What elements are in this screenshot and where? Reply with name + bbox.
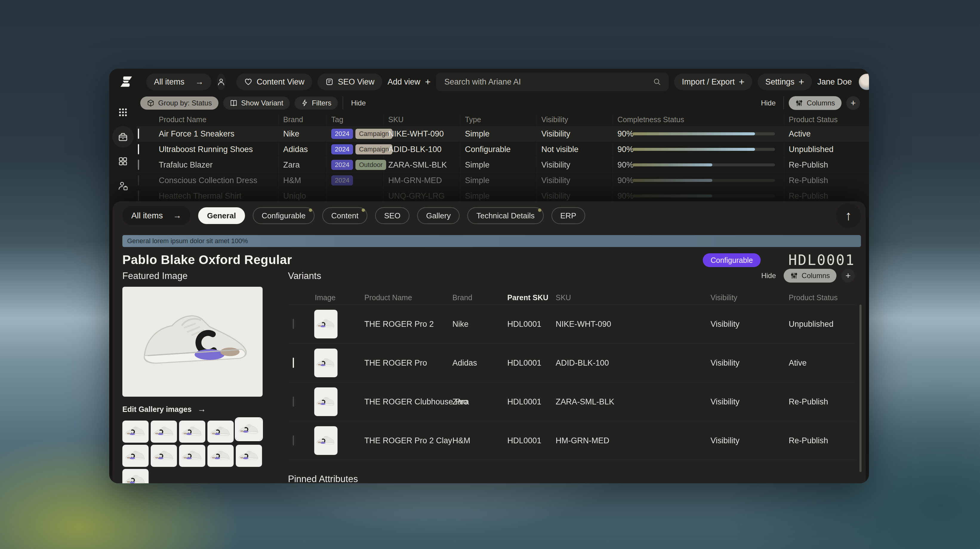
- gallery-thumbnail[interactable]: [207, 445, 234, 467]
- avatar[interactable]: [859, 73, 869, 90]
- variant-checkbox[interactable]: [293, 357, 294, 368]
- vcol-sku: SKU: [556, 293, 571, 302]
- cell-brand: H&M: [283, 176, 301, 185]
- table-row[interactable]: Ultraboost Running Shoes Adidas 2024Camp…: [137, 142, 869, 157]
- filters-label: Filters: [312, 99, 331, 107]
- search-input[interactable]: [444, 77, 653, 87]
- add-variant-button[interactable]: +: [841, 269, 855, 282]
- product-sku: HDL0001: [788, 252, 855, 268]
- add-view-button[interactable]: Add view +: [388, 77, 431, 88]
- cell-type: Simple: [465, 191, 490, 200]
- content-view-button[interactable]: Content View: [236, 73, 312, 90]
- variant-image[interactable]: [314, 426, 337, 455]
- settings-button[interactable]: Settings +: [758, 73, 812, 90]
- variants-columns-button[interactable]: Columns: [784, 269, 837, 282]
- hide-columns-button[interactable]: Hide: [758, 99, 779, 107]
- cell-completeness: 90%: [617, 191, 633, 200]
- show-variant-button[interactable]: Show Variant: [223, 96, 290, 110]
- row-checkbox[interactable]: [138, 144, 139, 154]
- variant-checkbox[interactable]: [293, 396, 294, 407]
- variant-image[interactable]: [314, 388, 337, 416]
- row-checkbox[interactable]: [138, 175, 139, 185]
- gallery-thumbnail[interactable]: [151, 421, 177, 443]
- gallery-thumbnail-selected[interactable]: [236, 418, 262, 440]
- tab-general[interactable]: General: [198, 207, 245, 224]
- tab-gallery[interactable]: Gallery: [417, 207, 460, 224]
- variant-row[interactable]: THE ROGER Pro 2 Clay H&M HDL0001 HM-GRN-…: [288, 421, 855, 460]
- collapse-panel-button[interactable]: ↑: [836, 203, 861, 228]
- seo-view-button[interactable]: SEO View: [318, 73, 382, 90]
- panel-all-items-label: All items: [131, 211, 163, 220]
- gallery-thumbnail[interactable]: [179, 421, 205, 443]
- variant-checkbox[interactable]: [293, 435, 294, 445]
- seo-view-label: SEO View: [338, 77, 374, 87]
- tab-content[interactable]: Content: [322, 207, 368, 224]
- hide-table-button[interactable]: Hide: [348, 99, 369, 107]
- user-menu[interactable]: Jane Doe: [817, 73, 869, 90]
- product-title: Pablo Blake Oxford Regular: [123, 253, 292, 267]
- tab-seo[interactable]: SEO: [375, 207, 409, 224]
- table-row[interactable]: Conscious Collection Dress H&M 2024 HM-G…: [137, 172, 869, 188]
- panel-nav: All items → General Configurable Content…: [123, 206, 585, 225]
- row-checkbox[interactable]: [138, 160, 139, 170]
- variants-section: Variants Hide Columns +: [288, 269, 855, 460]
- tab-label: Gallery: [426, 211, 450, 220]
- product-detail-panel: All items → General Configurable Content…: [113, 201, 866, 483]
- variant-row[interactable]: THE ROGER Clubhouse Pro Zara HDL0001 ZAR…: [288, 382, 855, 421]
- variant-checkbox[interactable]: [293, 319, 294, 329]
- featured-image[interactable]: [123, 287, 262, 397]
- add-column-button[interactable]: +: [846, 96, 860, 110]
- table-row[interactable]: Air Force 1 Sneakers Nike 2024Campaign N…: [137, 126, 869, 142]
- search-bar[interactable]: [436, 73, 669, 91]
- import-export-button[interactable]: Import / Export +: [674, 73, 752, 90]
- filters-button[interactable]: Filters: [294, 96, 338, 110]
- columns-button[interactable]: Columns: [789, 96, 842, 110]
- variant-image[interactable]: [314, 310, 337, 338]
- col-product-status: Product Status: [789, 115, 838, 124]
- gallery-thumbnail[interactable]: [123, 469, 149, 483]
- completeness-bar: [632, 163, 775, 166]
- search-icon[interactable]: [653, 77, 662, 86]
- variants-scrollbar[interactable]: [859, 305, 862, 472]
- row-checkbox[interactable]: [138, 191, 139, 201]
- products-box-icon[interactable]: [112, 126, 134, 148]
- gallery-thumbnail[interactable]: [123, 421, 149, 443]
- apps-grid-icon[interactable]: [112, 102, 134, 123]
- gallery-thumbnail[interactable]: [236, 445, 262, 467]
- gallery-thumbnail[interactable]: [123, 445, 149, 467]
- variant-row[interactable]: THE ROGER Pro Adidas HDL0001 ADID-BLK-10…: [288, 343, 855, 382]
- tab-label: Content: [331, 211, 358, 220]
- tab-technical-details[interactable]: Technical Details: [467, 207, 543, 224]
- tab-erp[interactable]: ERP: [552, 207, 585, 224]
- group-by-status-button[interactable]: Group by: Status: [140, 96, 218, 110]
- arrow-right-icon: →: [197, 404, 206, 414]
- all-items-view-button[interactable]: All items →: [146, 73, 211, 90]
- gallery-thumbnail[interactable]: [207, 421, 234, 443]
- dashboard-grid-icon[interactable]: [112, 150, 134, 172]
- cell-completeness: 90%: [617, 129, 633, 138]
- vcell-brand: Zara: [452, 397, 469, 406]
- vcell-product-status: Re-Publish: [789, 397, 828, 406]
- tab-configurable[interactable]: Configurable: [253, 207, 315, 224]
- gallery-thumbnail[interactable]: [151, 445, 177, 467]
- gallery-thumbnail[interactable]: [179, 445, 205, 467]
- variant-image[interactable]: [314, 349, 337, 377]
- hide-variants-button[interactable]: Hide: [758, 271, 779, 280]
- table-row[interactable]: Trafaluc Blazer Zara 2024Outdoor ZARA-SM…: [137, 157, 869, 172]
- cell-product-name: Conscious Collection Dress: [159, 176, 257, 185]
- lightning-icon: [301, 99, 308, 107]
- cell-product-name: Ultraboost Running Shoes: [159, 145, 253, 154]
- vcell-product-name: THE ROGER Pro 2 Clay: [364, 436, 452, 445]
- cell-product-status: Unpublished: [789, 145, 834, 154]
- cell-sku: ADID-BLK-100: [388, 145, 442, 154]
- panel-all-items-button[interactable]: All items →: [123, 206, 190, 225]
- edit-gallery-button[interactable]: Edit Gallery images →: [123, 404, 262, 414]
- profile-view-button[interactable]: [216, 73, 226, 90]
- vcell-parent-sku: HDL0001: [507, 319, 541, 329]
- variant-row[interactable]: THE ROGER Pro 2 Nike HDL0001 NIKE-WHT-09…: [288, 305, 855, 343]
- columns-label: Columns: [807, 99, 835, 107]
- table-toolbar: Group by: Status Show Variant Filters: [140, 96, 860, 110]
- cell-visibility: Visibility: [541, 160, 570, 169]
- row-checkbox[interactable]: [138, 128, 139, 139]
- customers-icon[interactable]: [112, 175, 134, 196]
